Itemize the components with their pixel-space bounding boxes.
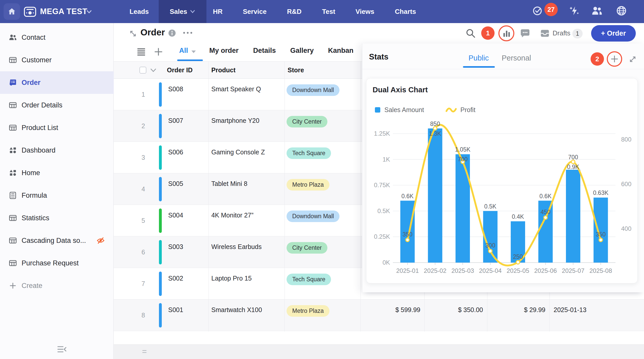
sidebar-item-contact[interactable]: Contact xyxy=(0,26,114,49)
cell-product[interactable]: 4K Monitor 27” xyxy=(211,212,253,219)
view-tab-all[interactable]: All xyxy=(179,47,188,55)
sidebar-item-statistics[interactable]: Statistics xyxy=(0,207,114,229)
cell-order-id[interactable]: S003 xyxy=(168,243,183,251)
cell-store-tag[interactable]: Downdown Mall xyxy=(287,211,339,222)
cell-order-id[interactable]: S004 xyxy=(168,212,183,219)
sidebar-item-order-details[interactable]: Order Details xyxy=(0,94,114,116)
cell-product[interactable]: Laptop Pro 15 xyxy=(211,275,252,282)
svg-text:350: 350 xyxy=(596,231,605,238)
cell-product[interactable]: Smartwatch X100 xyxy=(211,306,262,314)
view-tab-details[interactable]: Details xyxy=(253,47,276,55)
top-nav-tab-test[interactable]: Test xyxy=(322,0,335,23)
tab-public[interactable]: Public xyxy=(469,54,489,62)
sidebar-item-dashboard[interactable]: Dashboard xyxy=(0,139,114,162)
sidebar-item-customer[interactable]: Customer xyxy=(0,49,114,71)
cell-date[interactable]: 2025-01-13 xyxy=(554,306,633,314)
cell-product[interactable]: Smart Speaker Q xyxy=(211,85,261,93)
check-circle-icon[interactable] xyxy=(533,5,543,16)
cell-store-tag[interactable]: Downdown Mall xyxy=(287,84,339,96)
people-icon[interactable] xyxy=(591,5,603,16)
view-tab-kanban[interactable]: Kanban xyxy=(328,47,353,55)
cell-product[interactable]: Smartphone Y20 xyxy=(211,117,259,124)
cell-order-id[interactable]: S008 xyxy=(168,85,183,93)
notification-badge[interactable]: 27 xyxy=(544,3,558,16)
cell-order-id[interactable]: S002 xyxy=(168,275,183,282)
top-nav-tab-hr[interactable]: HR xyxy=(213,0,223,23)
cell-amount[interactable]: $ 599.99 xyxy=(365,306,420,314)
divider xyxy=(362,69,644,69)
top-nav-tab-r-d[interactable]: R&D xyxy=(287,0,301,23)
inbox-icon[interactable] xyxy=(540,29,550,38)
cell-order-id[interactable]: S007 xyxy=(168,117,183,124)
view-caret-icon[interactable] xyxy=(191,50,196,54)
cell-amount[interactable]: $ 350.00 xyxy=(429,306,483,314)
drafts-label[interactable]: Drafts xyxy=(553,29,570,37)
view-tab-gallery[interactable]: Gallery xyxy=(290,47,314,55)
cell-amount[interactable]: $ 29.99 xyxy=(491,306,545,314)
top-nav-tab-charts[interactable]: Charts xyxy=(395,0,416,23)
sidebar-item-purchase-request[interactable]: Purchase Request xyxy=(0,252,114,274)
tab-personal[interactable]: Personal xyxy=(502,54,531,62)
add-view-icon[interactable] xyxy=(154,47,163,56)
chart-icon[interactable] xyxy=(502,29,511,38)
cell-product[interactable]: Gaming Console Z xyxy=(211,148,265,156)
view-tab-my-order[interactable]: My order xyxy=(209,47,239,55)
svg-text:2025-08: 2025-08 xyxy=(589,267,612,274)
svg-text:300: 300 xyxy=(485,242,495,249)
more-dots-icon[interactable] xyxy=(183,31,193,34)
table-icon xyxy=(9,56,17,64)
info-icon[interactable] xyxy=(168,29,176,37)
svg-text:700: 700 xyxy=(458,156,468,163)
sidebar-item-product-list[interactable]: Product List xyxy=(0,116,114,139)
expand-diagonal-icon[interactable] xyxy=(628,55,637,64)
cell-order-id[interactable]: S001 xyxy=(168,306,183,314)
workspace-name[interactable]: MEGA TEST xyxy=(40,0,87,23)
search-icon[interactable] xyxy=(466,28,476,38)
globe-icon[interactable] xyxy=(616,5,627,16)
top-nav-tab-leads[interactable]: Leads xyxy=(129,0,149,23)
column-header-store[interactable]: Store xyxy=(288,62,304,79)
table-icon xyxy=(9,101,17,109)
select-all-checkbox[interactable] xyxy=(139,67,146,74)
chevron-down-icon[interactable] xyxy=(150,68,156,72)
sidebar-item-order[interactable]: Order xyxy=(0,71,114,94)
home-button[interactable] xyxy=(4,3,20,20)
top-nav-tab-views[interactable]: Views xyxy=(355,0,374,23)
svg-text:2025-02: 2025-02 xyxy=(424,267,446,274)
workspace-logo-icon[interactable] xyxy=(24,5,36,18)
sidebar-item-cascading-data-so-[interactable]: Cascading Data so... xyxy=(0,229,114,252)
comment-icon[interactable] xyxy=(520,29,530,38)
cell-store-tag[interactable]: City Center xyxy=(287,242,327,254)
sidebar-item-formula[interactable]: Formula xyxy=(0,184,114,207)
view-list-icon[interactable] xyxy=(136,48,146,56)
sidebar-collapse-icon[interactable] xyxy=(57,345,67,353)
table-row[interactable]: 8S001Smartwatch X100Metro Plaza$ 599.99$… xyxy=(114,300,644,331)
magic-spark-icon[interactable] xyxy=(569,5,580,16)
top-nav-tab-sales[interactable]: Sales xyxy=(170,0,195,23)
column-header-order-id[interactable]: Order ID xyxy=(167,62,193,79)
svg-text:0.6K: 0.6K xyxy=(401,193,414,200)
cell-order-id[interactable]: S006 xyxy=(168,148,183,156)
expand-icon[interactable] xyxy=(129,29,137,38)
order-doc-icon xyxy=(9,78,17,87)
add-order-button[interactable]: + Order xyxy=(591,25,636,42)
top-nav-tab-service[interactable]: Service xyxy=(243,0,267,23)
cell-store-tag[interactable]: Tech Square xyxy=(287,274,331,285)
chevron-down-icon[interactable] xyxy=(86,10,92,14)
cell-store-tag[interactable]: Metro Plaza xyxy=(287,179,329,191)
add-chart-icon[interactable] xyxy=(610,55,619,63)
grid-footer-bar: = xyxy=(114,344,644,359)
cell-product[interactable]: Wireless Earbuds xyxy=(211,243,262,251)
summary-equals[interactable]: = xyxy=(142,347,147,356)
column-header-product[interactable]: Product xyxy=(211,62,235,79)
cell-product[interactable]: Tablet Mini 8 xyxy=(211,180,247,187)
cell-order-id[interactable]: S005 xyxy=(168,180,183,187)
sidebar-create-button[interactable]: Create xyxy=(0,274,114,297)
cell-store-tag[interactable]: City Center xyxy=(287,116,327,127)
cell-store-tag[interactable]: Metro Plaza xyxy=(287,305,329,317)
cell-store-tag[interactable]: Tech Square xyxy=(287,147,331,159)
sidebar-item-home[interactable]: Home xyxy=(0,162,114,184)
active-stats-tab-underline xyxy=(463,66,495,68)
plus-icon xyxy=(9,282,17,290)
eye-off-icon[interactable] xyxy=(96,236,105,246)
